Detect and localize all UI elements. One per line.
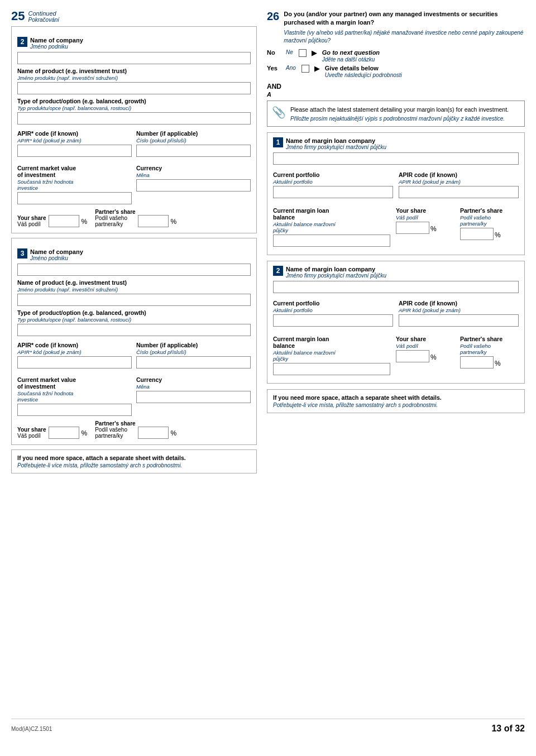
- yes-action-czech: Uveďte následující podrobnosti: [325, 72, 402, 78]
- margin2-partnershare-label: Partner's share: [460, 336, 519, 342]
- section3-number-label: Number (if applicable): [136, 342, 251, 348]
- section3-company-input[interactable]: [17, 264, 251, 276]
- no-checkbox[interactable]: [299, 49, 307, 57]
- section3-number-input[interactable]: [136, 356, 251, 369]
- margin1-apir-input[interactable]: [399, 186, 519, 198]
- section2-partnershare-label: Partner's share: [95, 209, 135, 215]
- section3-apir-label: APIR* code (if known): [17, 342, 132, 348]
- margin2-percent2: %: [495, 360, 501, 367]
- section3-currency-input[interactable]: [136, 391, 251, 403]
- margin2-portfolio-label: Current portfolio: [273, 300, 393, 307]
- margin1-portfolio-input[interactable]: [273, 186, 393, 198]
- no-action: Go to next question: [322, 49, 380, 56]
- margin2-yourshare-label: Your share: [396, 336, 454, 342]
- margin1-portfolio-label: Current portfolio: [273, 171, 393, 178]
- section3-currency-czech: Měna: [136, 384, 251, 390]
- margin1-yourshare-input[interactable]: [396, 222, 429, 234]
- section3-yourshare-input[interactable]: [49, 427, 79, 439]
- section2-partnershare-czech2: partnera/ky: [95, 221, 135, 227]
- margin2-number: 2: [273, 266, 283, 276]
- margin2-partnershare-czech: Podíl vašeho partnera/ky: [460, 343, 519, 355]
- attach-text: Please attach the latest statement detai…: [290, 106, 509, 114]
- yes-czech: Ano: [286, 65, 296, 71]
- section2-apir-input[interactable]: [17, 145, 132, 157]
- section2-currency-input[interactable]: [136, 179, 251, 192]
- margin2-apir-input[interactable]: [399, 314, 519, 327]
- section3-yourshare-czech: Váš podíl: [17, 433, 46, 439]
- margin2-apir-czech: APIR kód (pokud je znám): [399, 307, 519, 313]
- section2-percent1: %: [82, 218, 88, 226]
- no-action-czech: Jděte na další otázku: [322, 56, 375, 63]
- margin2-balance-input[interactable]: [273, 363, 390, 375]
- section2-type-input[interactable]: [17, 112, 251, 125]
- section3-partnershare-czech2: partnera/ky: [95, 433, 135, 439]
- section2-currency-czech: Měna: [136, 172, 251, 178]
- yes-action: Give details below: [325, 65, 379, 71]
- yes-checkbox[interactable]: [302, 65, 309, 73]
- section2-market-label: Current market value of investment: [17, 165, 132, 178]
- margin2-portfolio-input[interactable]: [273, 314, 393, 327]
- section2-type-label: Type of product/option (e.g. balanced, g…: [17, 98, 251, 104]
- margin1-title-czech: Jméno firmy poskytující maržovní půjčku: [286, 144, 386, 150]
- section3-type-input[interactable]: [17, 324, 251, 336]
- margin2-apir-label: APIR code (if known): [399, 300, 519, 307]
- section2-market-input[interactable]: [17, 192, 132, 204]
- page-number-left: 25: [11, 10, 25, 22]
- margin2-balance-label: Current margin loan balance: [273, 336, 390, 349]
- section3-product-input[interactable]: [17, 294, 251, 306]
- paperclip-icon: 📎: [272, 106, 286, 119]
- section3-type-label: Type of product/option (e.g. balanced, g…: [17, 309, 251, 316]
- section3-partnershare-label: Partner's share: [95, 420, 135, 427]
- section2-yourshare-input[interactable]: [49, 215, 79, 227]
- section3-market-input[interactable]: [17, 404, 132, 416]
- margin1-yourshare-czech: Váš podíl: [396, 214, 454, 221]
- margin2-portfolio-czech: Aktuální portfolio: [273, 307, 393, 313]
- q26-question: Do you (and/or your partner) own any man…: [284, 10, 525, 27]
- attach-czech: Přiložte prosím nejaktuálnější výpis s p…: [290, 116, 509, 122]
- margin1-balance-label: Current margin loan balance: [273, 207, 390, 221]
- margin1-partnershare-input[interactable]: [460, 228, 494, 240]
- yes-label: Yes: [267, 65, 283, 71]
- section2-product-input[interactable]: [17, 82, 251, 94]
- margin2-company-input[interactable]: [273, 281, 519, 293]
- section2-title: Name of company: [30, 37, 83, 44]
- margin2-yourshare-input[interactable]: [396, 350, 429, 362]
- footer-code: Mod(iA)CZ.1501: [11, 726, 52, 732]
- margin1-balance-input[interactable]: [273, 235, 390, 247]
- margin1-percent1: %: [430, 225, 437, 233]
- section3-market-czech: Současná tržní hodnota investice: [17, 390, 132, 403]
- section2-partnershare-input[interactable]: [138, 215, 169, 227]
- section2-number-input[interactable]: [136, 145, 251, 157]
- section3-partnershare-czech1: Podíl vašeho: [95, 427, 135, 433]
- section3-percent1: %: [82, 429, 88, 437]
- section3-product-label: Name of product (e.g. investment trust): [17, 279, 251, 286]
- margin2-partnershare-input[interactable]: [460, 356, 494, 369]
- section3-yourshare-label: Your share: [17, 427, 46, 433]
- margin1-partnershare-czech: Podíl vašeho partnera/ky: [460, 214, 519, 227]
- margin1-company-input[interactable]: [273, 152, 519, 165]
- margin1-apir-label: APIR code (if known): [399, 171, 519, 178]
- footer-page: 13 of 32: [491, 724, 525, 734]
- and-label: AND: [267, 83, 281, 90]
- section2-market-czech: Současná tržní hodnota investice: [17, 179, 132, 191]
- margin2-yourshare-czech: Váš podíl: [396, 343, 454, 349]
- section3-title: Name of company: [30, 248, 83, 255]
- margin1-title: Name of margin loan company: [286, 137, 386, 144]
- margin2-title-czech: Jméno firmy poskytující maržovní půjčku: [286, 272, 386, 279]
- section2-number-label: Number (if applicable): [136, 130, 251, 137]
- continued-label: Continued: [28, 10, 59, 17]
- section3-market-label: Current market value of investment: [17, 376, 132, 390]
- section3-number: 3: [17, 248, 27, 259]
- section2-partnershare-czech1: Podíl vašeho: [95, 215, 135, 221]
- section2-title-czech: Jméno podniku: [30, 44, 83, 50]
- q26-question-czech: Vlastníte (vy a/nebo váš partner/ka) něj…: [284, 29, 525, 45]
- margin1-balance-czech: Aktuální balance maržovní půjčky: [273, 221, 390, 233]
- section3-partnershare-input[interactable]: [138, 427, 169, 439]
- section3-currency-label: Currency: [136, 376, 251, 383]
- margin1-number: 1: [273, 137, 283, 147]
- section2-yourshare-czech: Váš podíl: [17, 221, 46, 227]
- section3-apir-input[interactable]: [17, 356, 132, 369]
- section2-type-czech: Typ produktu/opce (např. balancovaná, ro…: [17, 105, 251, 111]
- yes-arrow: ▶: [314, 64, 320, 73]
- section2-company-input[interactable]: [17, 52, 251, 64]
